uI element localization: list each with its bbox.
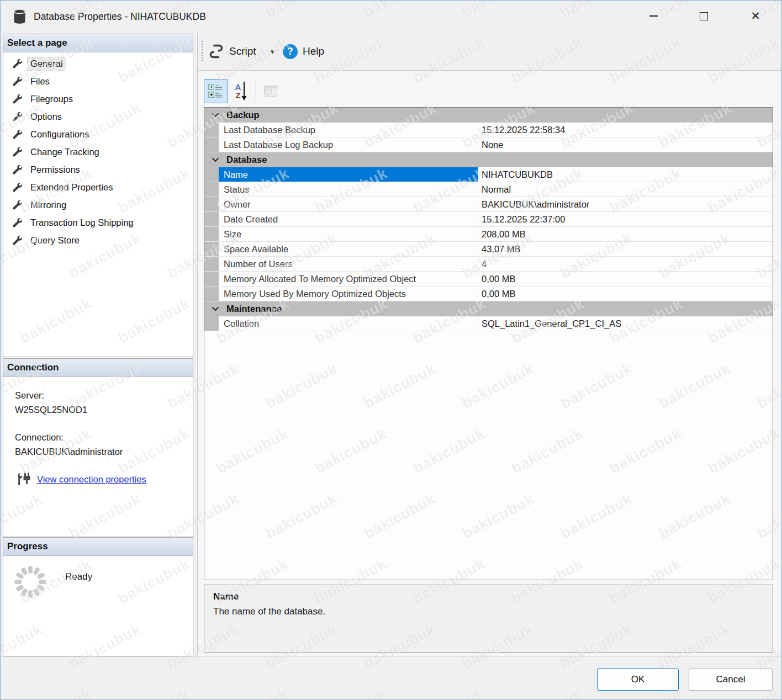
- grid-property-row[interactable]: Memory Used By Memory Optimized Objects …: [204, 287, 773, 301]
- grid-row-gutter: [204, 257, 219, 271]
- sidebar-page-item[interactable]: Configurations: [3, 125, 193, 143]
- sidebar-page-item[interactable]: Extended Properties: [3, 178, 193, 196]
- az-sort-icon: AZ: [235, 81, 248, 101]
- connection-name: BAKICUBUK\administrator: [15, 444, 193, 459]
- grid-property-row[interactable]: Size 208,00 MB: [204, 227, 773, 242]
- grid-property-row[interactable]: Number of Users 4: [204, 257, 773, 272]
- grid-row-gutter: [204, 182, 219, 197]
- sidebar-page-label: Options: [28, 110, 65, 123]
- grid-row-gutter: [204, 316, 219, 331]
- grid-property-row[interactable]: Last Database Log Backup None: [204, 137, 773, 152]
- help-label: Help: [303, 45, 324, 57]
- script-button[interactable]: Script: [205, 37, 260, 66]
- connection-panel: Connection Server: W25SQL25NOD1 Connecti…: [3, 358, 193, 537]
- grid-property-label: Status: [219, 182, 478, 197]
- dialog-footer: OK Cancel: [1, 656, 782, 700]
- title-bar: Database Properties - NIHATCUBUKDB ✕: [1, 1, 782, 33]
- chevron-down-icon: [212, 113, 219, 118]
- property-grid: Backup Last Database Backup 15.12.2025 2…: [204, 107, 773, 580]
- alphabetical-sort-button[interactable]: AZ: [230, 79, 253, 103]
- sidebar-page-item[interactable]: Mirroring: [3, 196, 193, 214]
- toolbar-grip[interactable]: [202, 41, 203, 63]
- grid-property-row[interactable]: Memory Allocated To Memory Optimized Obj…: [204, 272, 773, 287]
- sidebar-page-item[interactable]: Files: [3, 72, 193, 90]
- wrench-icon: [11, 218, 23, 227]
- sidebar-page-label: Query Store: [28, 234, 82, 247]
- wrench-icon: [11, 76, 23, 86]
- toolbar-separator: [256, 80, 256, 102]
- grid-row-gutter: [204, 123, 219, 137]
- window-title: Database Properties - NIHATCUBUKDB: [34, 1, 206, 33]
- property-pages-button[interactable]: [260, 79, 282, 103]
- close-button[interactable]: ✕: [742, 4, 769, 28]
- script-label: Script: [229, 45, 256, 57]
- progress-status: Ready: [65, 571, 92, 582]
- sidebar-page-item[interactable]: Transaction Log Shipping: [3, 214, 193, 231]
- grid-property-label: Collation: [219, 316, 478, 331]
- grid-property-value[interactable]: 15.12.2025 22:37:00: [478, 212, 773, 226]
- sidebar-page-item[interactable]: Query Store: [3, 231, 193, 249]
- wrench-icon: [11, 129, 23, 139]
- sidebar-page-label: Permissions: [28, 163, 83, 176]
- grid-property-label: Last Database Backup: [219, 123, 478, 137]
- grid-property-label: Memory Used By Memory Optimized Objects: [219, 287, 478, 301]
- grid-property-label: Space Available: [219, 242, 478, 256]
- help-button[interactable]: ? Help: [279, 37, 327, 66]
- grid-property-value[interactable]: 4: [478, 257, 773, 271]
- help-icon: ?: [283, 44, 298, 59]
- grid-property-value[interactable]: Normal: [478, 182, 773, 197]
- grid-property-row[interactable]: Name NIHATCUBUKDB: [204, 167, 773, 182]
- grid-property-value[interactable]: 0,00 MB: [478, 287, 773, 301]
- close-icon: ✕: [751, 9, 760, 23]
- sidebar-page-item[interactable]: Options: [3, 108, 193, 125]
- grid-property-value[interactable]: 15.12.2025 22:58:34: [478, 123, 773, 137]
- cancel-button[interactable]: Cancel: [689, 669, 773, 691]
- categorized-view-button[interactable]: [204, 79, 228, 103]
- grid-property-row[interactable]: Date Created 15.12.2025 22:37:00: [204, 212, 773, 227]
- script-dropdown-button[interactable]: ▾: [267, 37, 278, 66]
- connection-header: Connection: [3, 359, 193, 377]
- grid-category-row[interactable]: Database: [204, 152, 773, 167]
- grid-property-value[interactable]: SQL_Latin1_General_CP1_CI_AS: [478, 316, 773, 331]
- grid-property-value[interactable]: 0,00 MB: [478, 272, 773, 286]
- grid-property-label: Memory Allocated To Memory Optimized Obj…: [219, 272, 478, 286]
- minimize-button[interactable]: [640, 4, 667, 28]
- grid-category-row[interactable]: Backup: [204, 108, 773, 123]
- progress-header: Progress: [3, 538, 193, 556]
- grid-row-gutter: [204, 272, 219, 286]
- maximize-button[interactable]: [690, 4, 717, 28]
- grid-property-value[interactable]: 208,00 MB: [478, 227, 773, 241]
- sidebar-page-item[interactable]: Change Tracking: [3, 143, 193, 161]
- database-properties-dialog: Database Properties - NIHATCUBUKDB ✕ Sel…: [0, 0, 782, 700]
- grid-property-value[interactable]: BAKICUBUK\administrator: [478, 197, 773, 211]
- grid-property-row[interactable]: Space Available 43,07 MB: [204, 242, 773, 257]
- content-area: Script ▾ ? Help: [198, 33, 782, 656]
- wrench-icon: [11, 59, 23, 68]
- grid-property-label: Size: [219, 227, 478, 241]
- sidebar-page-item[interactable]: Filegroups: [3, 90, 193, 108]
- grid-property-row[interactable]: Owner BAKICUBUK\administrator: [204, 197, 773, 212]
- grid-property-label: Owner: [219, 197, 478, 211]
- grid-category-label: Database: [226, 155, 267, 165]
- select-page-header: Select a page: [3, 34, 193, 52]
- wrench-icon: [11, 165, 23, 174]
- grid-property-value[interactable]: None: [478, 137, 773, 152]
- command-toolbar: Script ▾ ? Help: [198, 33, 782, 71]
- view-connection-properties-link[interactable]: View connection properties: [37, 474, 146, 485]
- grid-property-row[interactable]: Collation SQL_Latin1_General_CP1_CI_AS: [204, 316, 773, 331]
- chevron-down-icon: [212, 157, 219, 162]
- minimize-icon: [649, 15, 658, 17]
- sidebar-page-item[interactable]: Permissions: [3, 161, 193, 178]
- grid-property-row[interactable]: Status Normal: [204, 182, 773, 197]
- grid-property-value[interactable]: 43,07 MB: [478, 242, 773, 256]
- sidebar-page-label: Configurations: [28, 128, 92, 141]
- database-icon: [12, 8, 27, 25]
- grid-property-row[interactable]: Last Database Backup 15.12.2025 22:58:34: [204, 123, 773, 137]
- ok-button[interactable]: OK: [597, 669, 679, 691]
- wrench-icon: [11, 182, 23, 192]
- grid-category-row[interactable]: Maintenance: [204, 301, 773, 316]
- sidebar-page-label: Filegroups: [28, 93, 76, 105]
- grid-category-label: Maintenance: [226, 304, 282, 314]
- grid-property-value[interactable]: NIHATCUBUKDB: [478, 167, 773, 182]
- sidebar-page-item[interactable]: General: [3, 55, 193, 72]
